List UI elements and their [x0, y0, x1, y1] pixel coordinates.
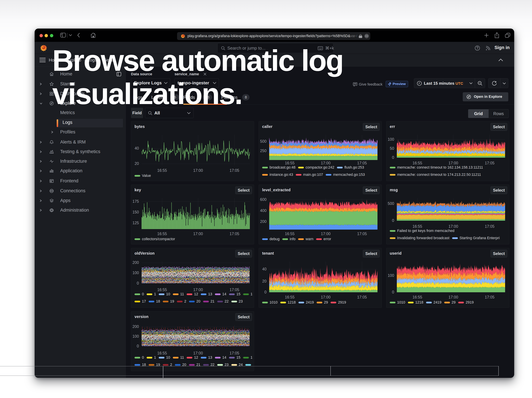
svg-text:k6: k6	[51, 152, 53, 153]
